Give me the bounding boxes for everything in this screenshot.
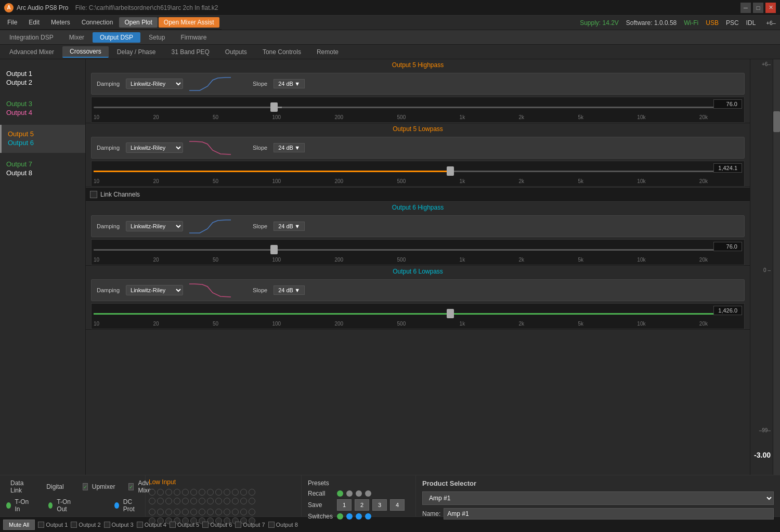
dc-prot-dot	[114, 502, 119, 509]
mute-check-8[interactable]	[268, 522, 275, 528]
app-title: Arc Audio PS8 Pro File: C:\carhifi\arbei…	[17, 4, 740, 11]
tab-outputs[interactable]: Outputs	[218, 47, 254, 57]
mute-check-1[interactable]	[38, 522, 44, 528]
output-group-56[interactable]: Output 5 Output 6	[0, 125, 85, 153]
tab-remote[interactable]: Remote	[309, 47, 346, 57]
damping-label-5lp: Damping	[97, 145, 120, 151]
slope-label-5lp: Slope	[253, 145, 267, 151]
mute-output-5[interactable]: Output 5	[170, 522, 199, 528]
led-1-4	[174, 489, 180, 496]
mute-output-1[interactable]: Output 1	[38, 522, 68, 528]
freq-slider-5hp[interactable]: 76.0 10 20 50 100 200 500 1k 2k 5k 10k 2…	[91, 97, 745, 123]
freq-thumb-6lp[interactable]	[447, 309, 454, 318]
mute-all-button[interactable]: Mute All	[3, 520, 35, 530]
freq-slider-6lp[interactable]: 1,426.0 10 20 50 100 200 500 1k 2k 5k 10…	[91, 303, 745, 329]
low-input-section: Low Input	[146, 475, 302, 516]
led-1-9	[215, 489, 222, 496]
usb-status: USB	[706, 19, 719, 27]
menu-open-mixer[interactable]: Open Mixer Assist	[159, 17, 219, 28]
status-indicators-section: Data Link Digital ✓ Upmixer ✓ Adv. Mixer…	[0, 475, 146, 516]
menu-file[interactable]: File	[2, 17, 22, 28]
recall-dot4	[365, 490, 371, 497]
highpass-curve-6	[189, 218, 231, 234]
mute-check-2[interactable]	[71, 522, 77, 528]
menu-connection[interactable]: Connection	[76, 17, 119, 28]
product-name-input[interactable]	[444, 508, 774, 520]
save-preset-3[interactable]: 3	[372, 499, 387, 511]
damping-select-5hp[interactable]: Linkwitz-Riley	[126, 79, 183, 89]
close-button[interactable]: ✕	[765, 3, 776, 13]
switch-dot-2	[346, 513, 353, 520]
minimize-button[interactable]: ─	[740, 3, 751, 13]
slope-label-5hp: Slope	[253, 81, 267, 87]
menu-edit[interactable]: Edit	[23, 17, 45, 28]
freq-thumb-5lp[interactable]	[447, 166, 454, 176]
save-preset-1[interactable]: 1	[337, 499, 352, 511]
dc-prot-label: DC Prot	[123, 498, 139, 513]
mute-check-4[interactable]	[137, 522, 143, 528]
led-3-4	[174, 509, 180, 515]
mute-output-2[interactable]: Output 2	[71, 522, 100, 528]
menu-meters[interactable]: Meters	[46, 17, 75, 28]
mute-check-5[interactable]	[170, 522, 176, 528]
secondary-tabs: Integration DSP Mixer Output DSP Setup F…	[0, 30, 780, 45]
tab-advanced-mixer[interactable]: Advanced Mixer	[2, 47, 61, 57]
recall-dot3	[356, 490, 362, 497]
tab-output-dsp[interactable]: Output DSP	[93, 32, 140, 43]
damping-select-5lp[interactable]: Linkwitz-Riley	[126, 142, 183, 153]
slope-value-5hp[interactable]: 24 dB ▼	[274, 79, 305, 88]
tab-firmware[interactable]: Firmware	[173, 32, 214, 43]
led-2-12	[240, 498, 247, 504]
maximize-button[interactable]: □	[753, 3, 763, 13]
freq-thumb-6hp[interactable]	[270, 245, 278, 254]
link-channels-checkbox[interactable]	[90, 191, 97, 198]
output-group-34[interactable]: Output 3 Output 4	[0, 95, 85, 123]
tab-crossovers[interactable]: Crossovers	[62, 46, 109, 58]
product-select[interactable]: Amp #1	[422, 491, 774, 505]
save-preset-2[interactable]: 2	[355, 499, 369, 511]
tab-integration-dsp[interactable]: Integration DSP	[2, 32, 61, 43]
slope-value-5lp[interactable]: 24 dB ▼	[274, 143, 305, 152]
slope-value-6lp[interactable]: 24 dB ▼	[274, 286, 305, 295]
tab-delay-phase[interactable]: Delay / Phase	[110, 47, 163, 57]
mute-output-6[interactable]: Output 6	[202, 522, 232, 528]
link-channels-bar: Link Channels	[86, 187, 750, 202]
led-1-8	[207, 489, 214, 496]
damping-select-6lp[interactable]: Linkwitz-Riley	[126, 285, 183, 295]
mute-output-7[interactable]: Output 7	[235, 522, 265, 528]
mute-output-3[interactable]: Output 3	[104, 522, 134, 528]
mute-check-3[interactable]	[104, 522, 110, 528]
output-7-label: Output 7	[6, 160, 79, 168]
mute-check-7[interactable]	[235, 522, 241, 528]
switch-dot-3	[356, 513, 362, 520]
tab-setup[interactable]: Setup	[141, 32, 172, 43]
freq-thumb-5hp[interactable]	[270, 102, 278, 112]
freq-value-5lp: 1,424.1	[713, 163, 742, 173]
mute-output-4[interactable]: Output 4	[137, 522, 166, 528]
slope-value-6hp[interactable]: 24 dB ▼	[274, 222, 305, 231]
menu-open-plot[interactable]: Open Plot	[119, 17, 157, 28]
tab-31band-peq[interactable]: 31 Band PEQ	[164, 47, 216, 57]
vertical-scrollbar[interactable]	[773, 59, 780, 475]
led-2-11	[232, 498, 239, 504]
led-2-6	[190, 498, 197, 504]
output-group-12[interactable]: Output 1 Output 2	[0, 64, 85, 93]
scrollbar-thumb[interactable]	[773, 111, 780, 132]
damping-select-6hp[interactable]: Linkwitz-Riley	[126, 221, 183, 231]
led-3-6	[190, 509, 197, 515]
mute-check-6[interactable]	[202, 522, 209, 528]
freq-slider-5lp[interactable]: 1,424.1 10 20 50 100 200 500 1k 2k 5k 10…	[91, 161, 745, 187]
mute-label-2: Output 2	[79, 522, 100, 528]
led-3-1	[149, 509, 155, 515]
led-3-11	[232, 509, 239, 515]
adv-mixer-checkbox[interactable]: ✓	[128, 483, 134, 490]
freq-slider-6hp[interactable]: 76.0 10 20 50 100 200 500 1k 2k 5k 10k 2…	[91, 239, 745, 265]
mute-output-8[interactable]: Output 8	[268, 522, 298, 528]
upmixer-checkbox[interactable]: ✓	[83, 483, 88, 490]
save-label: Save	[308, 501, 334, 509]
save-preset-4[interactable]: 4	[390, 499, 405, 511]
output-group-78[interactable]: Output 7 Output 8	[0, 155, 85, 183]
tab-mixer[interactable]: Mixer	[62, 32, 92, 43]
tab-tone-controls[interactable]: Tone Controls	[255, 47, 308, 57]
led-2-1	[149, 498, 155, 504]
